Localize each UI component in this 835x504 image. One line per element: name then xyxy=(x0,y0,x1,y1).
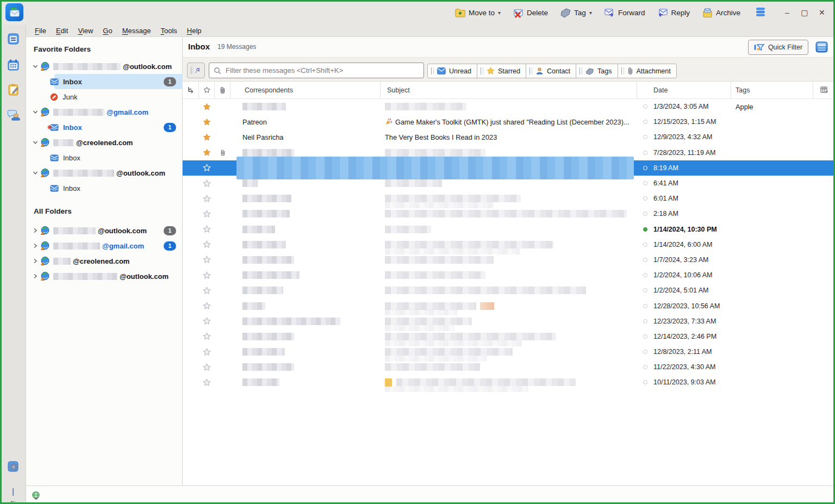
menu-go[interactable]: Go xyxy=(98,27,117,35)
subject-column-header[interactable]: Subject xyxy=(381,82,637,98)
read-status-dot[interactable] xyxy=(637,283,653,298)
menu-view[interactable]: View xyxy=(73,27,98,35)
message-row[interactable]: Neil PasrichaThe Very Best Books I Read … xyxy=(183,129,835,145)
chevron-down-icon[interactable] xyxy=(32,170,39,176)
search-input[interactable] xyxy=(225,66,419,75)
message-row[interactable]: 12/8/2023, 2:11 AM xyxy=(183,344,835,359)
menu-tools[interactable]: Tools xyxy=(155,27,182,35)
menu-help[interactable]: Help xyxy=(182,27,207,35)
chat-space-icon[interactable] xyxy=(6,108,21,122)
message-row[interactable]: 6:01 AM xyxy=(183,191,835,206)
message-row[interactable]: 1/14/2024, 10:30 PM xyxy=(183,222,835,237)
star-toggle[interactable] xyxy=(199,252,215,267)
read-status-dot[interactable] xyxy=(637,191,653,206)
star-toggle[interactable] xyxy=(199,329,215,344)
read-status-dot[interactable] xyxy=(637,252,653,267)
mail-space-icon[interactable] xyxy=(6,32,21,47)
message-row[interactable]: 11/22/2023, 4:30 AM xyxy=(183,359,835,375)
star-toggle[interactable] xyxy=(199,344,215,359)
folder-row-inbox[interactable]: Inbox1 xyxy=(26,74,183,89)
read-status-dot[interactable] xyxy=(637,344,653,359)
message-row[interactable]: 1/2/2024, 10:06 AM xyxy=(183,267,835,283)
folder-row-inbox[interactable]: Inbox xyxy=(26,150,183,165)
filter-unread-button[interactable]: Unread xyxy=(427,64,477,78)
toolbar-archive-button[interactable]: Archive xyxy=(699,5,744,21)
star-toggle[interactable] xyxy=(199,375,215,390)
menu-file[interactable]: File xyxy=(30,27,51,35)
star-toggle[interactable] xyxy=(199,145,215,160)
star-toggle[interactable] xyxy=(199,283,215,298)
menu-edit[interactable]: Edit xyxy=(51,27,73,35)
column-picker-icon[interactable] xyxy=(813,82,835,98)
chevron-down-icon[interactable] xyxy=(32,109,39,115)
collapse-spaces-button[interactable]: |← xyxy=(5,487,21,499)
toolbar-delete-button[interactable]: Delete xyxy=(509,5,551,21)
star-toggle[interactable] xyxy=(199,191,215,206)
read-status-dot[interactable] xyxy=(637,237,653,252)
correspondents-column-header[interactable]: Correspondents xyxy=(230,82,381,98)
message-row[interactable]: 1/2/2024, 5:01 AM xyxy=(183,283,835,298)
all-folders-account-row[interactable]: @creolened.com xyxy=(26,253,183,269)
toolbar-move-to-button[interactable]: Move to▾ xyxy=(451,5,504,21)
message-row[interactable]: 12/14/2023, 2:46 PM xyxy=(183,329,835,344)
all-folders-account-row[interactable]: @outlook.com xyxy=(26,269,183,284)
favorite-account-row[interactable]: @gmail.com xyxy=(26,104,183,120)
chevron-right-icon[interactable] xyxy=(32,258,39,264)
read-status-dot[interactable] xyxy=(637,359,653,375)
all-folders-account-row[interactable]: @gmail.com1 xyxy=(26,238,183,253)
star-toggle[interactable] xyxy=(199,129,215,145)
read-status-dot[interactable] xyxy=(637,314,653,329)
tasks-space-icon[interactable] xyxy=(6,83,21,97)
read-status-dot[interactable] xyxy=(637,99,653,114)
read-status-dot[interactable] xyxy=(637,160,653,176)
calendar-space-icon[interactable] xyxy=(6,58,21,73)
star-toggle[interactable] xyxy=(199,99,215,114)
message-row[interactable]: 8:19 AM xyxy=(183,160,835,176)
chevron-right-icon[interactable] xyxy=(32,228,39,233)
star-toggle[interactable] xyxy=(199,359,215,375)
chevron-down-icon[interactable] xyxy=(32,140,39,145)
message-row[interactable]: 1/3/2024, 3:05 AMApple xyxy=(183,99,835,114)
folder-row-inbox[interactable]: Inbox1 xyxy=(26,120,183,135)
read-status-dot[interactable] xyxy=(637,329,653,344)
star-toggle[interactable] xyxy=(199,206,215,221)
read-status-dot[interactable] xyxy=(637,145,653,160)
maximize-button[interactable]: ▢ xyxy=(796,4,813,21)
tags-column-header[interactable]: Tags xyxy=(731,82,813,98)
close-button[interactable]: ✕ xyxy=(813,4,831,21)
read-status-dot[interactable] xyxy=(637,222,653,237)
read-status-dot[interactable] xyxy=(637,206,653,221)
favorite-account-row[interactable]: @creolened.com xyxy=(26,135,183,150)
filter-tags-button[interactable]: Tags xyxy=(576,64,618,78)
filter-starred-button[interactable]: Starred xyxy=(477,64,526,78)
favorite-account-row[interactable]: @outlook.com xyxy=(26,59,183,74)
star-toggle[interactable] xyxy=(199,237,215,252)
attachment-column-icon[interactable] xyxy=(215,82,230,98)
message-row[interactable]: 1/7/2024, 3:23 AM xyxy=(183,252,835,267)
folder-row-junk[interactable]: Junk xyxy=(26,89,183,104)
quick-filter-toggle-button[interactable]: Quick Filter xyxy=(748,40,808,55)
sticky-filter-pin-button[interactable] xyxy=(187,63,205,78)
date-column-header[interactable]: Date xyxy=(653,82,731,98)
message-row[interactable]: PatreonGame Maker's Toolkit (GMTK) just … xyxy=(183,114,835,129)
read-status-dot[interactable] xyxy=(637,114,653,129)
chevron-right-icon[interactable] xyxy=(32,273,39,279)
message-row[interactable]: 10/11/2023, 9:03 AM xyxy=(183,375,835,390)
read-status-dot[interactable] xyxy=(637,375,653,390)
star-toggle[interactable] xyxy=(199,298,215,313)
toolbar-forward-button[interactable]: Forward xyxy=(601,5,649,21)
message-row[interactable]: 12/28/2023, 10:56 AM xyxy=(183,298,835,313)
read-status-dot[interactable] xyxy=(637,176,653,191)
filter-contact-button[interactable]: Contact xyxy=(526,64,576,78)
read-status-dot[interactable] xyxy=(637,129,653,145)
chevron-right-icon[interactable] xyxy=(32,243,39,248)
read-status-dot[interactable] xyxy=(637,298,653,313)
chevron-down-icon[interactable] xyxy=(32,64,39,69)
favorite-account-row[interactable]: @outlook.com xyxy=(26,165,183,181)
star-toggle[interactable] xyxy=(199,114,215,129)
message-list-display-options-icon[interactable] xyxy=(815,40,828,54)
folder-row-inbox[interactable]: Inbox xyxy=(26,181,183,196)
message-row[interactable]: 1/14/2024, 6:00 AM xyxy=(183,237,835,252)
all-folders-account-row[interactable]: @outlook.com1 xyxy=(26,223,183,238)
settings-space-icon[interactable] xyxy=(6,459,21,474)
